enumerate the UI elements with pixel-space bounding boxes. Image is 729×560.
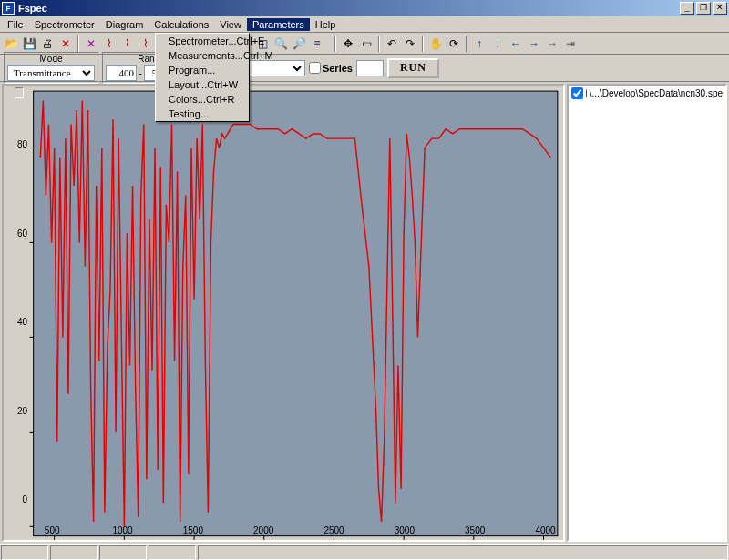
mode-panel: Mode Transmittance (4, 52, 98, 84)
separator (77, 36, 79, 52)
nudge-down-icon[interactable]: ↓ (488, 35, 507, 53)
series-color-icon (586, 89, 587, 97)
toolbar-controls: Mode Transmittance Range - cm-1 Series R… (0, 55, 729, 82)
menu-view[interactable]: View (214, 18, 247, 31)
file-visible-checkbox[interactable] (571, 87, 583, 99)
menu-item[interactable]: Colors...Ctrl+R (156, 92, 249, 107)
x-tick-label: 500 (45, 525, 60, 535)
x-tick-label: 1500 (183, 525, 203, 535)
save-icon[interactable]: 💾 (20, 35, 38, 53)
delete-icon[interactable]: ✕ (56, 35, 75, 53)
menu-item[interactable]: Measurements...Ctrl+M (156, 48, 249, 63)
close-button[interactable]: ✕ (713, 2, 727, 15)
undo-icon[interactable]: ↶ (383, 35, 401, 53)
app-icon: F (2, 2, 15, 15)
menu-item[interactable]: Layout...Ctrl+W (156, 77, 249, 92)
separator (378, 36, 380, 52)
separator (466, 36, 467, 52)
run-button[interactable]: RUN (387, 58, 439, 78)
menu-help[interactable]: Help (310, 18, 342, 31)
parameters-menu[interactable]: Spectrometer...Ctrl+EMeasurements...Ctrl… (155, 33, 250, 122)
pan-icon[interactable]: ✥ (339, 35, 357, 53)
menu-item[interactable]: Program... (156, 63, 249, 77)
spectrum-tool2-icon[interactable]: ⌇ (118, 35, 137, 53)
status-cell (198, 545, 728, 560)
range-from-input[interactable] (106, 65, 137, 81)
x-tick-label: 2500 (323, 525, 344, 535)
y-tick-label: 40 (17, 317, 27, 327)
nudge-up-icon[interactable]: ↑ (470, 35, 488, 53)
y-tick-label: 0 (22, 494, 27, 504)
nudge-right-icon[interactable]: → (525, 35, 543, 53)
menu-spectrometer[interactable]: Spectrometer (29, 18, 100, 31)
arrow-end-icon[interactable]: ⇥ (561, 35, 580, 53)
x-tick-label: 3000 (395, 525, 415, 535)
x-tick-label: 1000 (112, 525, 132, 535)
menu-file[interactable]: File (2, 18, 29, 31)
file-path-label: \...\Develop\SpecData\ncn30.spe (590, 88, 723, 98)
series-check[interactable] (309, 62, 321, 74)
hand-icon[interactable]: ✋ (426, 35, 445, 53)
menubar: FileSpectrometerDiagramCalculationsViewP… (0, 16, 729, 33)
status-cell (50, 545, 98, 560)
menu-item[interactable]: Spectrometer...Ctrl+E (156, 34, 249, 48)
y-tick-label: 60 (17, 228, 27, 238)
arrow-right-icon[interactable]: → (543, 35, 561, 53)
file-list-item[interactable]: \...\Develop\SpecData\ncn30.spe (569, 86, 725, 101)
status-cell (149, 545, 196, 560)
x-tick-label: 2000 (253, 525, 273, 535)
app-title: Fspec (18, 3, 680, 14)
spectrum-tool1-icon[interactable]: ⌇ (100, 35, 118, 53)
spectrum-tool3-icon[interactable]: ⌇ (137, 35, 155, 53)
mode-select[interactable]: Transmittance (7, 65, 95, 81)
pointer-icon[interactable]: ▭ (357, 35, 375, 53)
open-icon[interactable]: 📂 (2, 35, 20, 53)
zoom-in-icon[interactable]: 🔍 (272, 35, 290, 53)
statusbar (0, 544, 729, 560)
redo-icon[interactable]: ↷ (401, 35, 419, 53)
print-icon[interactable]: 🖨 (38, 35, 56, 53)
status-cell (99, 545, 147, 560)
mode-label: Mode (7, 54, 95, 64)
cal-tool-icon[interactable]: ≡ (308, 35, 326, 53)
series-checkbox[interactable]: Series (309, 62, 353, 74)
refresh-icon[interactable]: ⟳ (445, 35, 463, 53)
status-cell (1, 545, 48, 560)
titlebar: F Fspec _ ❐ ✕ (0, 0, 729, 16)
peak-tool-icon[interactable]: ✕ (82, 35, 100, 53)
series-input[interactable] (356, 60, 384, 76)
plot-panel[interactable]: 020406080 500100015002000250030003500400… (2, 84, 565, 542)
x-tick-label: 3500 (465, 525, 485, 535)
zoom-out-icon[interactable]: 🔎 (290, 35, 308, 53)
separator (422, 36, 424, 52)
y-tick-label: 20 (17, 405, 27, 415)
spectrum-plot[interactable] (4, 86, 563, 553)
menu-item[interactable]: Testing... (156, 107, 249, 121)
main-area: 020406080 500100015002000250030003500400… (0, 82, 729, 544)
y-tick-label: 80 (17, 139, 27, 149)
maximize-button[interactable]: ❐ (696, 2, 711, 15)
file-list-panel: \...\Develop\SpecData\ncn30.spe (567, 84, 727, 542)
nudge-left-icon[interactable]: ← (507, 35, 525, 53)
menu-diagram[interactable]: Diagram (100, 18, 149, 31)
minimize-button[interactable]: _ (680, 2, 694, 15)
menu-parameters[interactable]: Parameters (247, 18, 310, 31)
menu-calculations[interactable]: Calculations (149, 18, 214, 31)
x-tick-label: 4000 (535, 525, 555, 535)
